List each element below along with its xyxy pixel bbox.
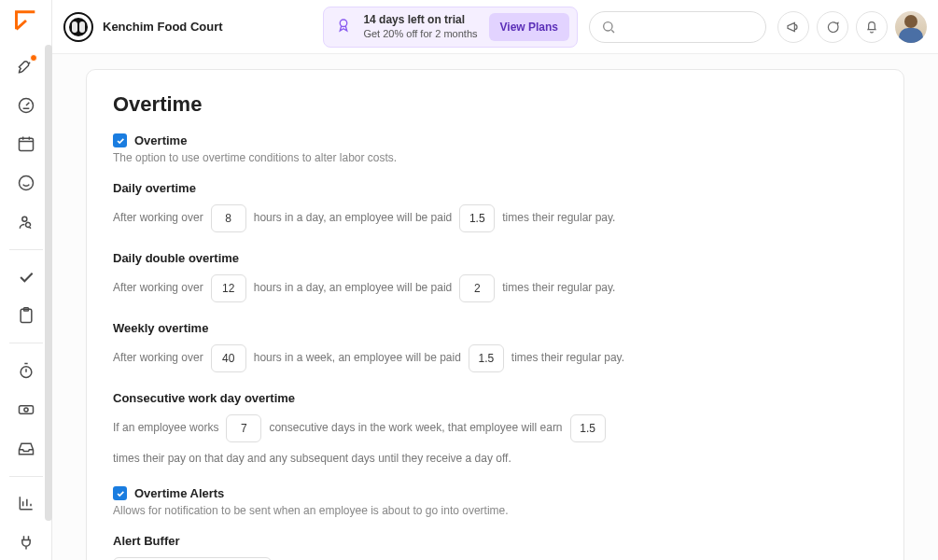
weekly-mult-input[interactable] [469, 344, 504, 372]
divider [9, 343, 43, 343]
clipboard-icon[interactable] [7, 299, 45, 334]
smile-icon[interactable] [7, 165, 45, 201]
daily-mult-input[interactable] [459, 204, 495, 232]
alerts-label: Overtime Alerts [134, 486, 224, 500]
daily-rule: After working over hours in a day, an em… [113, 204, 877, 232]
svg-point-3 [21, 217, 26, 221]
divider [9, 249, 43, 250]
weekly-title: Weekly overtime [113, 321, 877, 335]
org-name: Kenchim Food Court [103, 20, 223, 34]
topbar: Kenchim Food Court 14 days left on trial… [52, 0, 938, 54]
rocket-icon[interactable] [7, 49, 45, 84]
weekly-rule: After working over hours in a week, an e… [113, 344, 877, 372]
double-title: Daily double overtime [113, 251, 877, 265]
svg-point-10 [604, 21, 612, 30]
avatar[interactable] [895, 11, 927, 43]
announce-icon[interactable] [777, 11, 809, 43]
calendar-icon[interactable] [7, 127, 45, 162]
inbox-icon[interactable] [7, 431, 45, 467]
double-rule: After working over hours in a day, an em… [113, 274, 877, 302]
svg-point-6 [21, 367, 32, 378]
main: Kenchim Food Court 14 days left on trial… [52, 0, 938, 560]
view-plans-button[interactable]: View Plans [489, 13, 569, 41]
chart-icon[interactable] [7, 485, 45, 521]
svg-point-9 [341, 20, 348, 27]
daily-hours-input[interactable] [211, 204, 246, 232]
buffer-title: Alert Buffer [113, 534, 877, 548]
overtime-card: Overtime Overtime The option to use over… [86, 69, 904, 560]
content: Overtime Overtime The option to use over… [52, 54, 938, 560]
notification-badge [30, 54, 37, 62]
check-icon[interactable] [7, 259, 45, 295]
divider [9, 476, 43, 477]
consec-title: Consecutive work day overtime [113, 391, 877, 405]
ribbon-icon [335, 17, 352, 37]
bell-icon[interactable] [856, 11, 888, 43]
consec-days-input[interactable] [226, 414, 261, 442]
alerts-desc: Allows for notification to be sent when … [113, 504, 877, 517]
svg-rect-7 [19, 406, 33, 413]
consec-rule: If an employee works consecutive days in… [113, 414, 877, 468]
double-mult-input[interactable] [459, 274, 495, 302]
consec-mult-input[interactable] [570, 414, 606, 442]
user-search-icon[interactable] [7, 204, 45, 240]
search-input[interactable] [589, 11, 766, 43]
overtime-checkbox[interactable] [113, 133, 127, 147]
money-icon[interactable] [7, 392, 45, 427]
page-title: Overtime [113, 92, 877, 117]
sidebar [0, 0, 52, 560]
org-logo [63, 12, 93, 42]
chat-icon[interactable] [817, 11, 848, 43]
svg-point-8 [23, 408, 27, 412]
double-hours-input[interactable] [211, 274, 246, 302]
stopwatch-icon[interactable] [7, 353, 45, 388]
org-switcher[interactable]: Kenchim Food Court [63, 12, 223, 42]
daily-title: Daily overtime [113, 181, 877, 195]
trial-subtitle: Get 20% off for 2 months [363, 27, 477, 40]
trial-banner: 14 days left on trial Get 20% off for 2 … [323, 7, 578, 48]
overtime-desc: The option to use overtime conditions to… [113, 151, 877, 164]
plug-icon[interactable] [7, 525, 45, 560]
trial-title: 14 days left on trial [363, 13, 477, 28]
app-logo [13, 7, 39, 34]
dashboard-icon[interactable] [7, 88, 45, 123]
weekly-hours-input[interactable] [211, 344, 246, 372]
alerts-checkbox[interactable] [113, 486, 127, 500]
sidebar-scrollbar[interactable] [45, 45, 52, 521]
svg-rect-1 [19, 139, 33, 151]
svg-point-2 [19, 176, 33, 190]
overtime-checkbox-label: Overtime [134, 133, 187, 147]
search-icon [601, 20, 616, 35]
